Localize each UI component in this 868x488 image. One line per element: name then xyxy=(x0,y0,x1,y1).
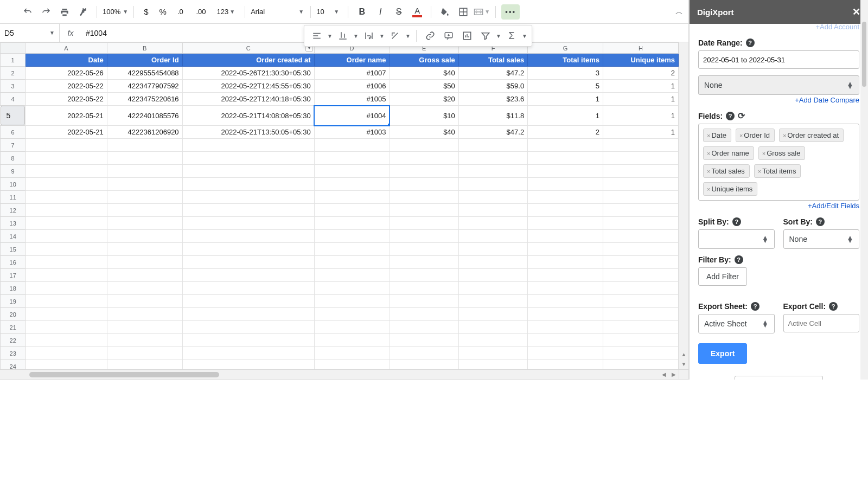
field-tag[interactable]: ×Order created at xyxy=(779,129,844,142)
cell[interactable] xyxy=(603,256,679,269)
cell[interactable] xyxy=(603,269,679,282)
cell[interactable] xyxy=(603,347,679,360)
cell[interactable]: $40 xyxy=(390,126,458,139)
cell[interactable]: 1 xyxy=(528,106,603,126)
cell[interactable]: 2022-05-21 xyxy=(25,126,107,139)
cell[interactable] xyxy=(458,347,527,360)
cell[interactable] xyxy=(25,178,107,191)
cell[interactable]: 2022-05-22T12:45:55+05:30 xyxy=(182,80,314,93)
row-header[interactable]: 7 xyxy=(1,139,25,152)
row-header[interactable]: 4 xyxy=(1,93,25,106)
row-header[interactable]: 8 xyxy=(1,152,25,165)
cell[interactable] xyxy=(458,282,527,295)
cell[interactable] xyxy=(182,282,314,295)
row-header[interactable]: 21 xyxy=(1,321,25,334)
cell[interactable] xyxy=(603,204,679,217)
cell[interactable] xyxy=(182,165,314,178)
cell[interactable] xyxy=(107,152,182,165)
cell[interactable]: $47.2 xyxy=(458,67,527,80)
paint-format-button[interactable] xyxy=(75,4,91,20)
row-header[interactable]: 22 xyxy=(1,334,25,347)
remove-icon[interactable]: × xyxy=(758,168,761,175)
add-date-compare-link[interactable]: +Add Date Compare xyxy=(698,95,859,105)
cell[interactable] xyxy=(603,191,679,204)
cell[interactable] xyxy=(528,178,603,191)
more-formats-button[interactable]: 123▼ xyxy=(212,4,239,20)
cell[interactable] xyxy=(25,217,107,230)
undo-button[interactable] xyxy=(20,4,36,20)
cell[interactable] xyxy=(603,321,679,334)
remove-icon[interactable]: × xyxy=(783,132,786,139)
cell[interactable] xyxy=(528,204,603,217)
remove-icon[interactable]: × xyxy=(707,168,710,175)
cell[interactable] xyxy=(528,152,603,165)
cell[interactable] xyxy=(603,282,679,295)
remove-icon[interactable]: × xyxy=(707,186,710,192)
fields-tag-box[interactable]: ×Date×Order Id×Order created at×Order na… xyxy=(698,124,859,201)
row-header[interactable]: 19 xyxy=(1,295,25,308)
cell[interactable] xyxy=(603,230,679,243)
cell[interactable] xyxy=(390,165,458,178)
redo-button[interactable] xyxy=(38,4,54,20)
cell[interactable] xyxy=(107,256,182,269)
cell[interactable] xyxy=(390,321,458,334)
cell[interactable]: 1 xyxy=(603,93,679,106)
header-cell[interactable]: Order created at xyxy=(182,54,314,67)
h-align-button[interactable] xyxy=(309,28,325,43)
cell[interactable] xyxy=(314,308,390,321)
row-header[interactable]: 23 xyxy=(1,347,25,360)
cell[interactable] xyxy=(25,139,107,152)
cell[interactable] xyxy=(458,295,527,308)
collapse-toolbar-button[interactable]: ︿ xyxy=(675,7,683,17)
cell[interactable] xyxy=(25,347,107,360)
cell[interactable] xyxy=(390,295,458,308)
help-icon[interactable]: ? xyxy=(746,38,755,47)
cell[interactable] xyxy=(390,308,458,321)
cell[interactable]: 4222361206920 xyxy=(107,126,182,139)
cell[interactable]: 2022-05-26 xyxy=(25,67,107,80)
row-header[interactable]: 2 xyxy=(1,67,25,80)
cell[interactable] xyxy=(25,165,107,178)
field-tag[interactable]: ×Unique items xyxy=(703,182,757,196)
cell[interactable] xyxy=(603,360,679,370)
cell[interactable] xyxy=(314,282,390,295)
cell[interactable] xyxy=(458,152,527,165)
insert-link-button[interactable] xyxy=(422,28,438,43)
cell[interactable] xyxy=(458,321,527,334)
cell[interactable] xyxy=(603,165,679,178)
rotate-button[interactable] xyxy=(387,28,403,43)
cell[interactable] xyxy=(528,191,603,204)
cell[interactable] xyxy=(182,243,314,256)
cell[interactable]: 2 xyxy=(528,126,603,139)
cell[interactable] xyxy=(314,204,390,217)
row-header[interactable]: 24 xyxy=(1,360,25,370)
header-cell[interactable]: Order Id xyxy=(107,54,182,67)
borders-button[interactable] xyxy=(455,4,471,20)
cell[interactable] xyxy=(390,256,458,269)
cell[interactable]: 2022-05-26T21:30:30+05:30 xyxy=(182,67,314,80)
cell[interactable] xyxy=(107,243,182,256)
export-button[interactable]: Export xyxy=(698,343,747,364)
header-cell[interactable]: Total sales xyxy=(458,54,527,67)
functions-button[interactable]: Σ xyxy=(503,28,520,43)
cell[interactable] xyxy=(390,269,458,282)
cell[interactable] xyxy=(314,165,390,178)
cell[interactable] xyxy=(458,269,527,282)
cell[interactable] xyxy=(25,191,107,204)
cell[interactable] xyxy=(25,321,107,334)
v-align-button[interactable] xyxy=(335,28,351,43)
cell[interactable] xyxy=(25,295,107,308)
cell[interactable] xyxy=(25,256,107,269)
cell[interactable] xyxy=(314,269,390,282)
field-tag[interactable]: ×Order name xyxy=(703,146,754,160)
cell[interactable] xyxy=(182,269,314,282)
cell[interactable]: 2022-05-22 xyxy=(25,93,107,106)
cell[interactable]: 2022-05-21 xyxy=(25,106,107,126)
row-header[interactable]: 9 xyxy=(1,165,25,178)
export-sheet-select[interactable]: Active Sheet ▲▼ xyxy=(698,314,775,333)
cell[interactable] xyxy=(182,321,314,334)
remove-icon[interactable]: × xyxy=(707,132,710,139)
cell[interactable]: $11.8 xyxy=(458,106,527,126)
export-cell-input[interactable] xyxy=(783,314,860,332)
cell[interactable]: 2022-05-22T12:40:18+05:30 xyxy=(182,93,314,106)
